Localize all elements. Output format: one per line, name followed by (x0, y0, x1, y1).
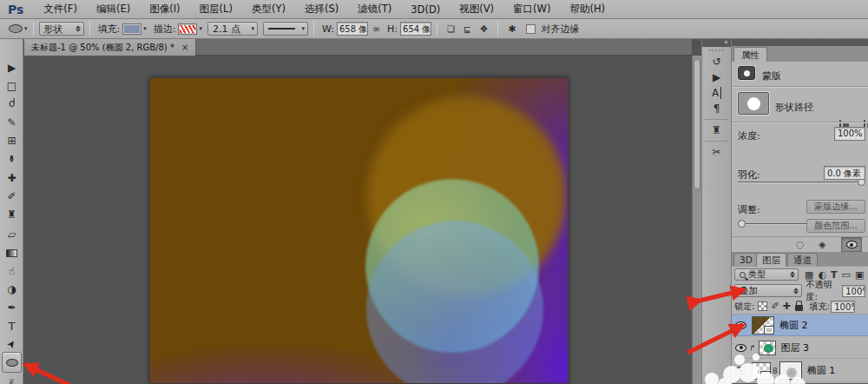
gradient-tool[interactable] (2, 244, 22, 262)
layer-thumbnail[interactable] (752, 316, 774, 334)
move-tool[interactable]: ▶ (2, 59, 22, 76)
lock-transparency-icon[interactable] (758, 301, 767, 311)
layer-row-layer-3[interactable]: ↳ 图层 3 (732, 337, 868, 359)
link-dimensions-icon[interactable]: ∞ (372, 23, 380, 35)
layer-visibility-icon[interactable] (735, 344, 746, 352)
opacity-input[interactable]: 100% (842, 285, 865, 297)
menu-item-view[interactable]: 视图(V) (450, 3, 503, 16)
layer-name[interactable]: 图层 3 (781, 341, 810, 354)
history-panel-button[interactable]: ↺ (702, 54, 731, 70)
panel-drag-bar[interactable] (732, 39, 868, 46)
clone-stamp-icon: ♜ (7, 209, 16, 221)
menu-item-image[interactable]: 图像(I) (140, 3, 189, 16)
tab-channels[interactable]: 通道 (787, 253, 818, 267)
tab-layers[interactable]: 图层 (756, 253, 786, 267)
smudge-tool[interactable]: ☝ (2, 262, 22, 280)
mask-thumbnail-icon[interactable] (738, 66, 755, 80)
ellipse-tool-preview-icon[interactable] (9, 24, 23, 33)
quick-selection-tool[interactable]: ✎ (2, 114, 22, 131)
menu-item-window[interactable]: 窗口(W) (503, 3, 560, 16)
layer-visibility-icon[interactable] (735, 367, 746, 374)
menu-item-select[interactable]: 选择(S) (295, 3, 348, 16)
fill-caret-icon[interactable]: ▾ (143, 25, 147, 32)
filter-smart-objects-icon[interactable]: ▣ (855, 269, 864, 281)
layer-visibility-icon[interactable] (735, 321, 746, 329)
scrollbar-thumb[interactable] (694, 59, 700, 189)
mask-visibility-button[interactable] (841, 237, 862, 252)
menu-item-layer[interactable]: 图层(L) (190, 3, 242, 16)
feather-slider-handle[interactable] (738, 220, 746, 228)
type-tool[interactable]: T (2, 317, 22, 334)
stroke-swatch[interactable] (178, 23, 197, 35)
brush-tool[interactable]: ✐ (2, 188, 22, 205)
stroke-type-select[interactable]: ▾ (263, 22, 308, 36)
expand-dock-button[interactable]: « (702, 39, 731, 47)
layer-mask-thumbnail[interactable] (779, 361, 802, 380)
layer-row-ellipse-2[interactable]: 椭圆 2 (732, 314, 868, 336)
close-tab-icon[interactable]: × (181, 43, 188, 52)
document-tab[interactable]: 未标题-1 @ 50% (椭圆 2, RGB/8) * × (24, 39, 196, 56)
blend-mode-select[interactable]: 叠加 (734, 284, 802, 297)
lock-pixels-icon[interactable]: ✐ (771, 301, 779, 312)
layer-name[interactable]: 椭圆 1 (807, 364, 836, 377)
tab-3d[interactable]: 3D (733, 253, 759, 267)
gear-icon[interactable]: ✱ (508, 23, 516, 35)
healing-brush-tool[interactable]: ✚ (2, 169, 22, 187)
shape-path-thumbnail[interactable] (738, 92, 769, 115)
menu-item-file[interactable]: 文件(F) (34, 3, 87, 16)
layer-thumbnail[interactable] (759, 341, 776, 355)
menu-item-help[interactable]: 帮助(H) (560, 3, 615, 16)
menu-item-filter[interactable]: 滤镜(T) (348, 3, 401, 16)
mask-link-icon[interactable]: 8 (773, 367, 778, 375)
density-slider[interactable] (738, 182, 865, 183)
menu-item-3d[interactable]: 3D(D) (401, 3, 450, 16)
layer-name[interactable]: 椭圆 2 (779, 319, 808, 332)
layer-filter-select[interactable]: 类型 (734, 268, 799, 281)
tool-presets-panel-button[interactable]: ✂ (702, 144, 731, 160)
menu-item-edit[interactable]: 编辑(E) (87, 3, 140, 16)
fill-swatch[interactable] (122, 23, 141, 35)
path-operations-icon[interactable]: ❏ (447, 24, 455, 34)
document-canvas[interactable] (149, 77, 569, 384)
height-input[interactable]: 654 像 (400, 22, 431, 36)
clone-source-panel-button[interactable]: ♜ (702, 122, 731, 138)
feather-input[interactable]: 0.0 像素 (824, 166, 865, 180)
mask-edge-button[interactable]: 蒙版边缘... (806, 200, 865, 214)
clone-stamp-tool[interactable]: ♜ (2, 206, 22, 223)
tool-preset-caret-icon[interactable]: ▾ (24, 25, 28, 32)
invert-mask-icon[interactable]: ◌ (796, 239, 805, 250)
layer-row-ellipse-1[interactable]: 8 椭圆 1 (732, 360, 868, 382)
width-input[interactable]: 658 像 (337, 22, 368, 36)
tool-mode-select[interactable]: 形状 (39, 22, 84, 36)
menu-item-type[interactable]: 类型(Y) (242, 3, 295, 16)
stroke-width-select[interactable]: 2.1 点 ▾ (207, 22, 258, 36)
dock-grip[interactable] (709, 50, 724, 53)
lock-all-icon[interactable] (795, 305, 803, 311)
fill-input[interactable]: 100% (831, 301, 855, 313)
actions-panel-button[interactable]: ▶ (702, 70, 731, 85)
eyedropper-tool[interactable]: ✒ (2, 150, 22, 168)
pen-tool[interactable]: ✒ (2, 299, 22, 316)
color-range-button[interactable]: 颜色范围... (806, 219, 865, 233)
character-panel-button[interactable]: A (702, 85, 731, 101)
density-input[interactable]: 100% (834, 127, 865, 141)
stroke-caret-icon[interactable]: ▾ (199, 25, 202, 32)
apply-mask-icon[interactable]: ◈ (819, 239, 825, 250)
layer-thumbnail[interactable] (752, 362, 771, 380)
crop-tool[interactable]: ⊞ (2, 132, 22, 149)
eraser-tool[interactable]: ▱ (2, 226, 22, 243)
paragraph-panel-button[interactable]: ¶ (702, 101, 731, 116)
path-selection-tool[interactable]: ➤ (2, 335, 22, 353)
vertical-scrollbar[interactable] (692, 56, 701, 384)
tab-properties[interactable]: 属性 (733, 47, 767, 62)
hand-tool[interactable]: ✌ (2, 374, 22, 384)
align-edges-checkbox[interactable] (526, 24, 536, 34)
ellipse-tool[interactable] (2, 352, 22, 373)
dodge-tool[interactable]: ◑ (2, 281, 22, 298)
marquee-tool[interactable]: □ (2, 77, 22, 95)
lasso-tool[interactable]: ρ (2, 96, 22, 113)
path-arrangement-icon[interactable]: ❖ (479, 23, 488, 35)
filter-shape-layers-icon[interactable]: ▭ (842, 269, 851, 281)
lock-position-icon[interactable]: ✚ (783, 301, 791, 312)
path-alignment-icon[interactable]: ⊑ (464, 24, 470, 34)
